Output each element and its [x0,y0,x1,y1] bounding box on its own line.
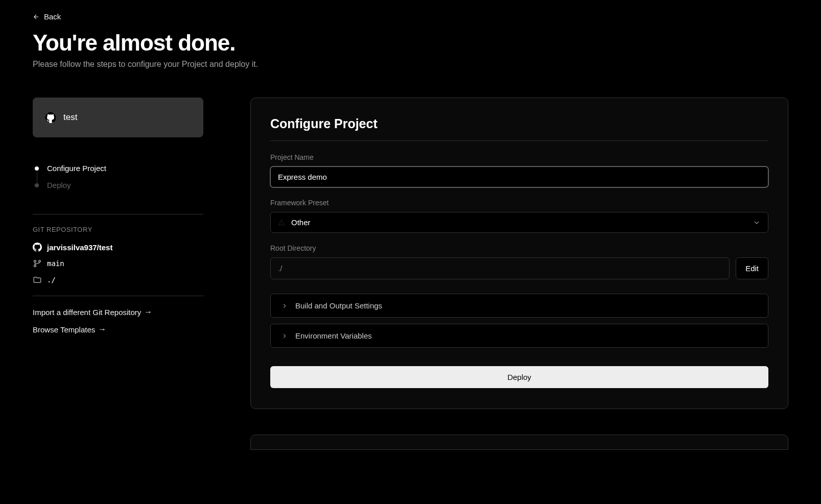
step-label: Deploy [47,181,71,189]
repo-full-name-row[interactable]: jarvissilva937/test [33,243,203,252]
chevron-right-icon [281,332,288,340]
configure-project-panel: Configure Project Project Name Framework… [250,98,788,409]
project-name-label: Project Name [270,153,768,161]
folder-icon [33,275,42,284]
project-name-input[interactable] [270,166,768,187]
arrow-left-icon [33,13,40,20]
git-repo-section-label: GIT REPOSITORY [33,226,203,233]
github-icon [33,243,42,252]
import-different-repo-link[interactable]: Import a different Git Repository → [33,307,203,317]
repo-full-name: jarvissilva937/test [47,243,112,252]
divider [270,140,768,141]
environment-variables-accordion[interactable]: Environment Variables [270,324,768,348]
branch-name: main [47,259,64,268]
framework-preset-label: Framework Preset [270,199,768,207]
repo-card[interactable]: test [33,98,203,137]
panel-title: Configure Project [270,116,768,131]
page-subtitle: Please follow the steps to configure you… [33,60,788,69]
framework-preset-select[interactable]: Other [270,212,768,233]
arrow-right-icon: → [98,325,106,334]
build-output-settings-accordion[interactable]: Build and Output Settings [270,294,768,318]
root-directory-label: Root Directory [270,244,768,252]
root-directory-value: ./ [270,257,730,279]
step-deploy[interactable]: Deploy [35,177,203,194]
page-title: You're almost done. [33,30,788,56]
step-label: Configure Project [47,164,106,173]
browse-templates-link[interactable]: Browse Templates → [33,325,203,334]
chevron-right-icon [281,302,288,309]
svg-point-2 [39,260,41,262]
github-icon [45,112,56,123]
svg-point-1 [34,265,36,267]
branch-icon [33,259,42,268]
next-panel-peek [250,435,788,450]
link-label: Import a different Git Repository [33,308,141,317]
edit-root-directory-button[interactable]: Edit [736,257,768,279]
accordion-label: Environment Variables [295,331,372,340]
folder-path: ./ [47,276,56,284]
divider [33,296,203,296]
step-dot-icon [35,183,39,187]
back-link[interactable]: Back [33,12,61,21]
accordion-label: Build and Output Settings [295,301,382,310]
chevron-down-icon [753,219,761,227]
divider [33,214,203,214]
link-label: Browse Templates [33,325,95,334]
framework-icon [278,219,285,226]
step-configure-project[interactable]: Configure Project [35,160,203,177]
folder-row: ./ [33,275,203,284]
step-dot-icon [35,166,39,171]
framework-preset-value: Other [291,218,311,227]
steps-list: Configure Project Deploy [33,160,203,194]
arrow-right-icon: → [144,307,152,317]
deploy-button[interactable]: Deploy [270,366,768,388]
branch-row: main [33,259,203,268]
svg-point-0 [34,260,36,262]
repo-card-name: test [63,112,77,123]
back-label: Back [44,12,61,21]
